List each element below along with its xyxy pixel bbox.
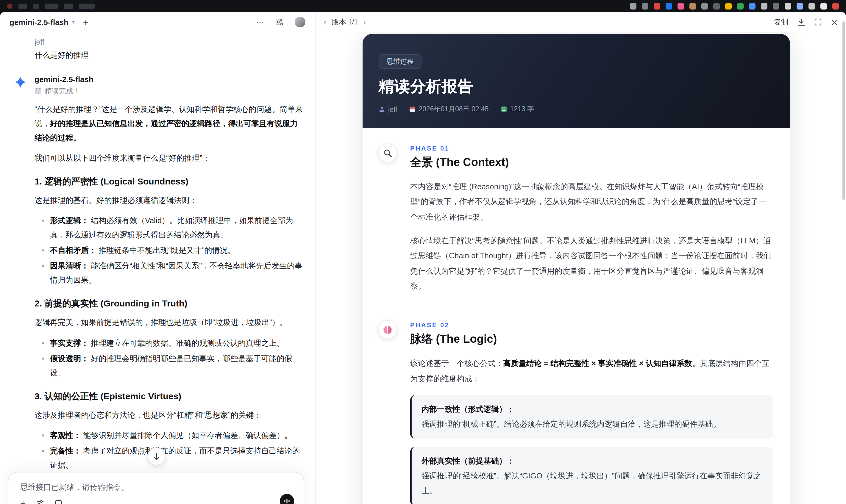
menubar-status-icon[interactable] [773, 3, 779, 9]
menubar-menu-item[interactable] [33, 3, 39, 8]
message-list-item: •完备性： 考虑了对立的观点和潜在的反证，而不是只选择支持自己结论的证据。 [35, 444, 303, 472]
dimension-card: 外部真实性（前提基础）：强调推理的“经验校准”。解决“GIGO（垃圾进，垃圾出）… [410, 447, 773, 504]
bold-text: 好的推理是从已知信息出发，通过严密的逻辑路径，得出可靠且有说服力结论的过程。 [35, 119, 298, 142]
menubar-status-icon[interactable] [666, 3, 672, 9]
download-button[interactable] [798, 18, 805, 26]
menubar-status-icon[interactable] [797, 3, 803, 9]
bold-text: 高质量结论 = 结构完整性 × 事实准确性 × 认知自律系数 [503, 359, 692, 368]
bold-text: 事实支撑： [50, 338, 89, 347]
card-body: 强调推理的“机械正确”。结论必须在给定的规则系统内逻辑自洽，这是推理的硬件基础。 [422, 417, 764, 432]
status-text: 精读完成！ [45, 86, 81, 96]
artifact-card: 思维过程 精读分析报告 jeff [363, 34, 790, 504]
menubar-status-icon[interactable] [677, 3, 684, 9]
menubar-status-icon[interactable] [832, 3, 839, 9]
close-button[interactable] [831, 19, 838, 25]
user-avatar[interactable] [295, 17, 305, 28]
model-name: gemini-2.5-flash [10, 18, 69, 26]
chat-composer[interactable]: 思维接口已就绪，请传输指令。 + [8, 472, 304, 504]
menubar-status-icon[interactable] [654, 3, 660, 9]
person-icon [378, 106, 385, 112]
phase-section: PHASE 01全景 (The Context)本内容是对“推理 (Reason… [363, 128, 790, 305]
copy-button[interactable]: 复制 [774, 17, 788, 27]
brain-icon [378, 320, 397, 340]
waveform-icon [283, 498, 290, 504]
menubar-menu-item[interactable] [79, 3, 95, 8]
menubar-status-icon[interactable] [725, 3, 732, 9]
screen: gemini-2.5-flash ▾ + ⋯ [0, 0, 846, 504]
magnifier-icon [383, 148, 392, 157]
version-next-button[interactable]: › [364, 18, 366, 26]
assistant-message-content: “什么是好的推理？”这是一个涉及逻辑学、认知科学和哲学核心的问题。简单来说，好的… [35, 102, 303, 504]
scrollbar-thumb[interactable] [842, 21, 845, 200]
bold-text: 客观性： [50, 431, 81, 439]
menubar-status-icon[interactable] [630, 3, 636, 9]
menubar-status-icon[interactable] [785, 3, 791, 9]
card-title: 外部真实性（前提基础）： [422, 454, 764, 469]
text: 逻辑再完美，如果前提是错误的，推理也是垃圾（即“垃圾进，垃圾出”）。 [35, 318, 287, 327]
bold-text: 因果清晰： [50, 262, 89, 270]
message-heading: 2. 前提的真实性 (Grounding in Truth) [35, 299, 303, 310]
menubar-status-icon[interactable] [642, 3, 648, 9]
artifact-scroll-area[interactable]: 思维过程 精读分析报告 jeff [316, 32, 846, 504]
composer-settings-button[interactable] [37, 499, 45, 504]
composer-placeholder: 思维接口已就绪，请传输指令。 [20, 482, 294, 493]
magnifier-icon [378, 143, 397, 162]
menubar-status-icon[interactable] [689, 3, 696, 9]
message-text: 什么是好的推理 [35, 50, 303, 61]
message-heading: 1. 逻辑的严密性 (Logical Soundness) [35, 176, 303, 187]
phase-title: 全景 (The Context) [410, 155, 773, 170]
menubar-status-icon[interactable] [809, 3, 815, 9]
list-item-text: 事实支撑： 推理建立在可靠的数据、准确的观测或公认的真理之上。 [50, 336, 284, 350]
tune-settings-button[interactable] [276, 18, 284, 26]
message-list-item: •事实支撑： 推理建立在可靠的数据、准确的观测或公认的真理之上。 [35, 336, 303, 350]
menubar-app-icon[interactable] [7, 3, 13, 8]
message-paragraph: 逻辑再完美，如果前提是错误的，推理也是垃圾（即“垃圾进，垃圾出”）。 [35, 316, 303, 330]
text: 推理链条中不能出现“既是又非”的情况。 [96, 246, 235, 255]
list-item-text: 因果清晰： 能准确区分“相关性”和“因果关系”，不会轻率地将先后发生的事情归为因… [50, 259, 303, 288]
calendar-icon [409, 106, 416, 112]
expand-button[interactable] [814, 18, 822, 25]
menubar-status-icon[interactable] [737, 3, 744, 9]
composer-panel-button[interactable] [55, 499, 62, 504]
phase-title: 脉络 (The Logic) [410, 332, 773, 347]
report-badge: 思维过程 [378, 54, 422, 69]
message-list-item: •假设透明： 好的推理会明确指明哪些是已知事实，哪些是基于可能的假设。 [35, 352, 303, 380]
scroll-to-bottom-button[interactable] [148, 448, 165, 465]
version-prev-button[interactable]: ‹ [324, 18, 327, 26]
text: 能够识别并尽量排除个人偏见（如幸存者偏差、确认偏差）。 [81, 431, 292, 439]
message-list-item: •客观性： 能够识别并尽量排除个人偏见（如幸存者偏差、确认偏差）。 [35, 428, 303, 443]
menubar-menu-item[interactable] [64, 3, 73, 8]
text: 这是推理的基石。好的推理必须遵循逻辑法则： [35, 196, 197, 205]
voice-input-button[interactable] [280, 494, 294, 504]
composer-toolbar: + [20, 499, 62, 504]
menubar-status-icon[interactable] [713, 3, 720, 9]
more-options-button[interactable]: ⋯ [256, 17, 265, 27]
model-selector[interactable]: gemini-2.5-flash ▾ [10, 18, 75, 26]
frame-icon [55, 500, 62, 504]
text: 本内容是对“推理 (Reasoning)”这一抽象概念的高层建模。在知识爆炸与人… [410, 182, 766, 221]
chat-message-list[interactable]: jeff 什么是好的推理 gem [0, 32, 315, 504]
phase-section: PHASE 02脉络 (The Logic)该论述基于一个核心公式：高质量结论 … [363, 305, 790, 504]
message-paragraph: 我们可以从以下四个维度来衡量什么是“好的推理”： [35, 151, 303, 165]
menubar-menu-item[interactable] [45, 3, 58, 8]
dimension-card: 内部一致性（形式逻辑）：强调推理的“机械正确”。结论必须在给定的规则系统内逻辑自… [410, 395, 773, 439]
text: 这涉及推理者的心态和方法论，也是区分“杠精”和“思想家”的关键： [35, 410, 262, 419]
menubar-status-icon[interactable] [749, 3, 756, 9]
menubar-status-icon[interactable] [701, 3, 708, 9]
message-paragraph: 这涉及推理者的心态和方法论，也是区分“杠精”和“思想家”的关键： [35, 408, 303, 422]
menubar-menu-item[interactable] [18, 3, 27, 8]
message-status: 精读完成！ [35, 86, 303, 96]
book-icon [35, 88, 42, 95]
bullet-icon: • [42, 444, 50, 472]
add-attachment-button[interactable]: + [20, 499, 26, 504]
phase-tag: PHASE 01 [410, 145, 773, 152]
text: 核心情境在于解决“思考的随意性”问题。不论是人类通过批判性思维进行决策，还是大语… [410, 236, 771, 290]
menubar-status-icon[interactable] [761, 3, 768, 9]
bold-text: 形式逻辑： [50, 216, 89, 225]
message-list-item: •不自相矛盾： 推理链条中不能出现“既是又非”的情况。 [35, 244, 303, 258]
artifact-panel: ‹ 版本 1/1 › 复制 [316, 12, 846, 504]
report-author: jeff [378, 106, 397, 113]
new-chat-button[interactable]: + [83, 18, 88, 26]
menubar-status-icon[interactable] [821, 3, 827, 9]
brain-icon [383, 325, 392, 335]
